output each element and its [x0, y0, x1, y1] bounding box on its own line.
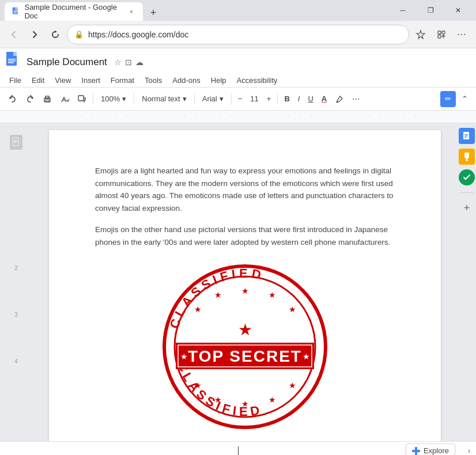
bold-button[interactable]: B: [281, 91, 293, 107]
keep-sidebar-icon[interactable]: [459, 149, 475, 165]
zoom-chevron-icon: ▾: [122, 94, 126, 103]
collapse-icon: ⌃: [462, 94, 468, 103]
svg-rect-13: [8, 62, 14, 63]
bookmark-button[interactable]: [411, 25, 430, 44]
docs-title-row: Sample Document ☆ ⊡ ☁: [5, 51, 471, 75]
tab-title: Sample Document - Google Doc: [24, 3, 122, 20]
italic-button[interactable]: I: [294, 91, 304, 107]
edit-mode-button[interactable]: ✏: [440, 91, 456, 107]
svg-marker-5: [55, 31, 57, 33]
right-sidebar: +: [458, 123, 476, 441]
highlight-button[interactable]: [331, 91, 347, 107]
separator4: [231, 93, 232, 105]
star-icon: [415, 29, 426, 40]
page-area: Emojis are a light hearted and fun way t…: [32, 123, 458, 441]
svg-text:TOP SECRET: TOP SECRET: [188, 347, 302, 365]
menu-file[interactable]: File: [5, 75, 26, 86]
svg-rect-49: [466, 161, 467, 161]
font-dropdown[interactable]: Arial ▾: [198, 91, 228, 107]
menu-format[interactable]: Format: [106, 75, 139, 86]
cloud-icon[interactable]: ☁: [135, 58, 143, 67]
docs-sidebar-icon[interactable]: [459, 128, 475, 144]
expand-panel-button[interactable]: ›: [462, 442, 476, 456]
menu-addons[interactable]: Add-ons: [168, 75, 205, 86]
back-button[interactable]: [5, 25, 23, 44]
style-dropdown[interactable]: Normal text ▾: [137, 91, 191, 107]
font-chevron-icon: ▾: [220, 94, 224, 103]
zoom-value: 100%: [101, 94, 120, 103]
menu-accessibility[interactable]: Accessibility: [232, 75, 282, 86]
svg-rect-4: [14, 13, 17, 13]
paint-format-icon: [77, 94, 86, 104]
close-button[interactable]: ✕: [445, 1, 471, 20]
docs-side-icon: [462, 131, 471, 141]
browser-menu-button[interactable]: ⋯: [453, 25, 471, 44]
underline-button[interactable]: U: [304, 91, 316, 107]
more-options-button[interactable]: ⋯: [349, 91, 363, 107]
add-sidebar-button[interactable]: +: [459, 200, 475, 216]
forward-icon: [30, 30, 39, 39]
svg-rect-8: [438, 35, 441, 38]
menu-tools[interactable]: Tools: [140, 75, 167, 86]
undo-button[interactable]: [5, 91, 21, 107]
svg-text:★: ★: [214, 395, 222, 404]
explore-button[interactable]: Explore: [406, 443, 455, 455]
font-size-minus-icon: −: [238, 94, 243, 103]
svg-rect-11: [8, 59, 16, 60]
font-size-value: 11: [250, 94, 258, 103]
more-options-icon: ⋯: [352, 94, 360, 103]
paint-format-button[interactable]: [74, 91, 90, 107]
svg-rect-12: [8, 60, 16, 62]
svg-rect-46: [464, 136, 468, 136]
menu-bar: File Edit View Insert Format Tools Add-o…: [5, 75, 471, 87]
star-title-icon[interactable]: ☆: [114, 58, 122, 67]
font-value: Arial: [202, 94, 217, 103]
zoom-dropdown[interactable]: 100% ▾: [96, 91, 131, 107]
explore-label: Explore: [424, 446, 449, 455]
menu-view[interactable]: View: [50, 75, 75, 86]
svg-rect-19: [78, 96, 84, 101]
print-button[interactable]: [39, 91, 55, 107]
line-marker-2: 2: [14, 265, 18, 271]
docs-logo: [5, 52, 22, 73]
font-size-plus-button[interactable]: +: [263, 91, 275, 107]
forward-button[interactable]: [25, 25, 44, 44]
svg-rect-21: [14, 140, 17, 141]
page-thumbnail-icon: [12, 137, 20, 147]
text-color-button[interactable]: A: [318, 91, 330, 107]
tab-bar: Sample Document - Google Doc × +: [5, 0, 161, 21]
format-toolbar: 100% ▾ Normal text ▾ Arial ▾ − 11 + B I …: [0, 88, 476, 111]
svg-rect-17: [46, 96, 49, 98]
font-size-field[interactable]: 11: [247, 91, 262, 107]
italic-icon: I: [298, 94, 300, 103]
font-size-minus-button[interactable]: −: [235, 91, 246, 107]
tasks-sidebar-icon[interactable]: [459, 169, 475, 185]
page-thumbnail: [10, 135, 22, 150]
chevron-right-icon: ›: [468, 447, 470, 455]
redo-button[interactable]: [22, 91, 38, 107]
address-bar[interactable]: 🔒 https://docs.google.com/doc: [67, 25, 409, 44]
active-tab[interactable]: Sample Document - Google Doc ×: [5, 2, 143, 21]
new-tab-button[interactable]: +: [145, 5, 161, 21]
restore-button[interactable]: ❐: [417, 1, 444, 20]
menu-edit[interactable]: Edit: [27, 75, 49, 86]
svg-text:★: ★: [241, 399, 249, 408]
document-page[interactable]: Emojis are a light hearted and fun way t…: [49, 130, 441, 441]
move-icon[interactable]: ⊡: [125, 58, 132, 67]
docs-header: Sample Document ☆ ⊡ ☁ File Edit View Ins…: [0, 48, 476, 88]
separator5: [277, 93, 278, 105]
minimize-button[interactable]: ─: [390, 1, 416, 20]
line-marker-4: 4: [14, 358, 18, 365]
extensions-button[interactable]: [432, 25, 451, 44]
menu-help[interactable]: Help: [206, 75, 231, 86]
svg-text:★: ★: [269, 290, 276, 299]
tasks-side-icon: [463, 173, 471, 181]
spellcheck-button[interactable]: [56, 91, 73, 107]
svg-rect-6: [438, 31, 441, 34]
collapse-toolbar-button[interactable]: ⌃: [458, 91, 471, 107]
menu-insert[interactable]: Insert: [77, 75, 105, 86]
reload-button[interactable]: [46, 25, 65, 44]
tab-close-button[interactable]: ×: [127, 6, 136, 17]
document-title[interactable]: Sample Document: [27, 56, 107, 68]
highlight-icon: [335, 94, 344, 104]
